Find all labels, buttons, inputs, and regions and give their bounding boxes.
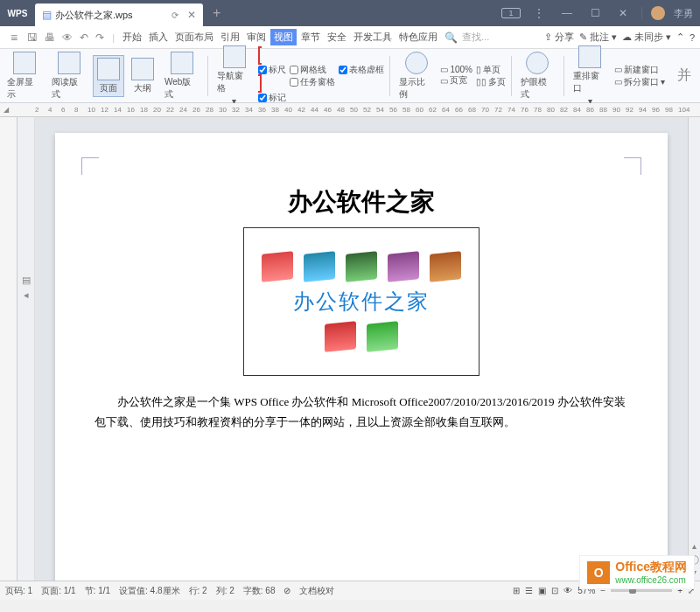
office-icon [430, 251, 461, 282]
office-icon [367, 321, 398, 352]
document-tab[interactable]: ▤ 办公软件之家.wps ⟳ ✕ [35, 3, 203, 26]
new-tab-button[interactable]: + [206, 3, 228, 24]
chevron-left-icon[interactable]: ◂ [24, 289, 29, 301]
tab-title: 办公软件之家.wps [55, 9, 133, 22]
watermark-title: Office教程网 [615, 560, 687, 575]
ribbon-overflow-icon[interactable]: 并 [672, 66, 696, 85]
document-area: ▤ ◂ 办公软件之家 办公软件之家 办公软件之家 [0, 117, 700, 581]
badge-icon[interactable]: 1 [501, 8, 521, 18]
watermark: O Office教程网 www.office26.com [579, 555, 695, 589]
search-label[interactable]: 查找... [462, 31, 489, 44]
office-icon [304, 251, 335, 282]
document-page[interactable]: 办公软件之家 办公软件之家 办公软件之家是一个集 WPS Office 办公软件… [55, 133, 668, 581]
margin-corner [81, 157, 99, 175]
vertical-scrollbar[interactable]: ▴ ◯ ▾ [688, 117, 700, 581]
help-icon[interactable]: ? [690, 32, 695, 43]
redo-icon[interactable]: ↷ [93, 31, 107, 44]
status-pageof[interactable]: 页面: 1/1 [41, 585, 75, 597]
search-icon[interactable]: 🔍 [442, 31, 460, 44]
preview-icon[interactable]: 👁 [60, 31, 75, 44]
menu-icon[interactable]: ⋮ [529, 7, 549, 19]
fullscreen-button[interactable]: 全屏显示 [4, 50, 45, 102]
undo-icon[interactable]: ↶ [77, 31, 91, 44]
status-words[interactable]: 字数: 68 [243, 585, 276, 597]
maximize-icon[interactable]: ☐ [585, 7, 605, 19]
showratio-button[interactable]: 显示比例 [396, 50, 437, 102]
rearrange-button[interactable]: 重排窗口 ▾ [570, 44, 611, 108]
status-line[interactable]: 行: 2 [189, 585, 207, 597]
menu-developer[interactable]: 开发工具 [351, 31, 395, 44]
collapse-ribbon-icon[interactable]: ⌃ [676, 31, 684, 43]
view-icon-4[interactable]: ⊡ [551, 586, 558, 595]
navpane-button[interactable]: 导航窗格 ▾ [214, 44, 255, 108]
doc-image[interactable]: 办公软件之家 [243, 227, 480, 376]
view-icon-1[interactable]: ⊞ [513, 586, 520, 595]
horizontal-ruler[interactable]: ◢ 24681012141618202224262830323436384042… [0, 103, 700, 117]
multipage-button[interactable]: ▯▯ 多页 [476, 76, 506, 88]
menu-reference[interactable]: 引用 [218, 31, 242, 44]
zoom-slider[interactable] [611, 589, 672, 592]
page-icon[interactable]: ▤ [22, 275, 31, 286]
ruler-checkbox[interactable]: 标尺 [258, 64, 286, 76]
office-icon [262, 251, 293, 282]
doc-body[interactable]: 办公软件之家是一个集 WPS Office 办公软件和 Microsoft Of… [94, 392, 628, 433]
sync-icon[interactable]: ⟳ [172, 10, 178, 20]
status-setval[interactable]: 设置值: 4.8厘米 [119, 585, 179, 597]
taskpane-checkbox[interactable]: 任务窗格 [290, 76, 335, 88]
doc-icon: ▤ [42, 9, 52, 21]
web-view-button[interactable]: Web版式 [161, 50, 202, 102]
status-proof[interactable]: 文档校对 [299, 585, 334, 597]
eyemode-button[interactable]: 护眼模式 [517, 50, 558, 102]
pagewidth-button[interactable]: ▭ 页宽 [440, 74, 472, 87]
spellcheck-icon[interactable]: ⊘ [284, 586, 290, 595]
share-button[interactable]: ⇪ 分享 [544, 31, 574, 44]
office-icon [388, 251, 419, 282]
menu-section[interactable]: 章节 [298, 31, 323, 44]
office-icon [325, 321, 356, 352]
page-scroll[interactable]: 办公软件之家 办公软件之家 办公软件之家是一个集 WPS Office 办公软件… [35, 117, 688, 581]
outline-button[interactable]: 大纲 [128, 56, 158, 96]
close-window-icon[interactable]: ✕ [613, 7, 633, 19]
user-name[interactable]: 李勇 [674, 7, 693, 20]
menu-review[interactable]: 审阅 [244, 31, 269, 44]
marks-checkbox[interactable]: 标记 [258, 92, 286, 104]
doc-title[interactable]: 办公软件之家 [94, 185, 628, 219]
watermark-url: www.office26.com [615, 575, 687, 585]
eye-icon[interactable]: 👁 [564, 586, 572, 595]
save-icon[interactable]: 🖫 [24, 31, 40, 44]
status-pageno[interactable]: 页码: 1 [5, 585, 32, 597]
hundred-button[interactable]: ▭ 100% [440, 65, 472, 74]
minimize-icon[interactable]: — [557, 7, 577, 19]
newwindow-button[interactable]: ▭ 新建窗口 [614, 64, 665, 76]
vertical-ruler[interactable] [0, 117, 18, 581]
menu-layout[interactable]: 页面布局 [172, 31, 216, 44]
status-col[interactable]: 列: 2 [216, 585, 234, 597]
status-section[interactable]: 节: 1/1 [85, 585, 110, 597]
prev-page-icon[interactable]: ▴ [692, 541, 696, 551]
readmode-button[interactable]: 阅读版式 [48, 50, 89, 102]
left-gutter: ▤ ◂ [18, 117, 35, 581]
title-bar: WPS ▤ 办公软件之家.wps ⟳ ✕ + 1 ⋮ — ☐ ✕ 李勇 [0, 0, 700, 26]
sync-button[interactable]: ☁ 未同步 ▾ [622, 31, 671, 44]
user-avatar[interactable] [651, 6, 665, 20]
margin-corner [624, 157, 641, 175]
singlepage-button[interactable]: ▯ 单页 [476, 64, 506, 76]
menu-view[interactable]: 视图 [270, 29, 297, 45]
close-tab-icon[interactable]: ✕ [187, 9, 196, 21]
print-icon[interactable]: 🖶 [42, 31, 58, 44]
menu-security[interactable]: 安全 [325, 31, 349, 44]
menu-apps[interactable]: 特色应用 [396, 31, 440, 44]
tableframe-checkbox[interactable]: 表格虚框 [339, 64, 384, 76]
menu-start[interactable]: 开始 [120, 31, 144, 44]
office-icon [346, 251, 377, 282]
gridlines-checkbox[interactable]: 网格线 [290, 64, 335, 76]
view-icon-3[interactable]: ▣ [538, 586, 546, 595]
hamburger-icon[interactable]: ≡ [5, 31, 23, 45]
menu-insert[interactable]: 插入 [146, 31, 171, 44]
splitwindow-button[interactable]: ▭ 拆分窗口 ▾ [614, 76, 665, 88]
watermark-icon: O [587, 561, 610, 584]
view-icon-2[interactable]: ☰ [525, 586, 533, 595]
comment-button[interactable]: ✎ 批注 ▾ [579, 31, 617, 44]
page-view-button[interactable]: 页面 [93, 55, 124, 97]
image-caption: 办公软件之家 [293, 288, 430, 316]
